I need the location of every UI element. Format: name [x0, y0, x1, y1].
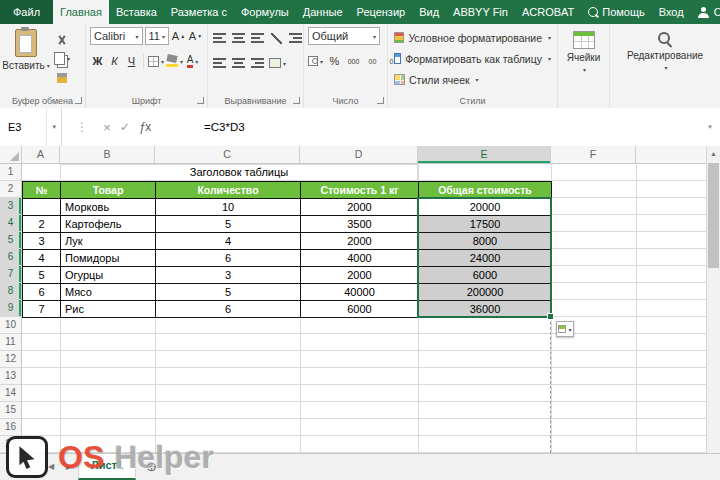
tab-help[interactable]: Помощь	[581, 0, 652, 24]
cell[interactable]: 5	[23, 267, 61, 284]
dialog-launcher-icon[interactable]	[75, 97, 82, 104]
align-center-button[interactable]	[231, 55, 246, 71]
wrap-text-button[interactable]	[288, 30, 303, 46]
italic-button[interactable]: К	[107, 53, 122, 69]
font-name-select[interactable]: Calibri▾	[90, 27, 143, 45]
row-header[interactable]: 6	[0, 249, 21, 266]
row-header[interactable]: 11	[0, 334, 21, 351]
row-header[interactable]: 5	[0, 232, 21, 249]
formula-input[interactable]: =C3*D3	[204, 121, 700, 133]
column-header-d[interactable]: D	[300, 146, 418, 164]
row-header[interactable]: 15	[0, 402, 21, 419]
align-middle-button[interactable]	[231, 30, 246, 46]
cell[interactable]: Рис	[61, 301, 156, 318]
cell[interactable]: 6000	[301, 301, 419, 318]
cell[interactable]: Помидоры	[61, 250, 156, 267]
cell[interactable]: 2000	[301, 233, 419, 250]
cell[interactable]: 7	[23, 301, 61, 318]
cell-selected[interactable]: 36000	[419, 301, 552, 318]
cell-styles-button[interactable]: Стили ячеек ▾	[392, 69, 553, 90]
row-header[interactable]: 2	[0, 181, 21, 198]
autofill-options-button[interactable]: ▾	[556, 321, 574, 337]
underline-button[interactable]: Ч	[124, 53, 139, 69]
share-button[interactable]: Общий доступ	[691, 0, 720, 24]
borders-button[interactable]: ▾	[148, 53, 164, 69]
ribbon-tab[interactable]: Вставка	[109, 0, 164, 24]
format-painter-button[interactable]	[48, 70, 76, 85]
cut-button[interactable]	[48, 32, 76, 47]
scrollbar-thumb[interactable]	[708, 163, 719, 268]
bold-button[interactable]: Ж	[90, 53, 105, 69]
column-header-c[interactable]: C	[155, 146, 300, 164]
cell[interactable]: 3500	[301, 216, 419, 233]
row-header[interactable]: 12	[0, 351, 21, 368]
align-right-button[interactable]	[250, 55, 265, 71]
paste-button[interactable]: Вставить▾	[4, 27, 48, 94]
font-color-button[interactable]: А▾	[185, 53, 200, 69]
font-size-select[interactable]: 11▾	[145, 27, 169, 45]
formula-bar-grip[interactable]: ⋮	[76, 120, 88, 134]
ribbon-tab[interactable]: Главная	[53, 0, 109, 24]
cell[interactable]: 6	[156, 301, 301, 318]
ribbon-tab[interactable]: Формулы	[234, 0, 296, 24]
dialog-launcher-icon[interactable]	[197, 97, 204, 104]
cell-selected[interactable]: 24000	[419, 250, 552, 267]
enter-button[interactable]: ✓	[116, 120, 134, 134]
cell[interactable]: 4	[156, 233, 301, 250]
cell[interactable]: 5	[156, 216, 301, 233]
ribbon-tab[interactable]: Файл	[0, 0, 53, 24]
number-format-select[interactable]: Общий▾	[308, 27, 380, 45]
column-header-b[interactable]: B	[60, 146, 155, 164]
cell[interactable]: 2	[23, 216, 61, 233]
row-header[interactable]: 16	[0, 419, 21, 436]
merge-center-button[interactable]: ▾	[269, 55, 286, 71]
cell[interactable]: Мясо	[61, 284, 156, 301]
comma-style-button[interactable]: 000	[346, 53, 361, 69]
dialog-launcher-icon[interactable]	[293, 97, 300, 104]
cell-table-title[interactable]: Заголовок таблицы	[60, 164, 418, 181]
cell[interactable]: Огурцы	[61, 267, 156, 284]
scroll-up-button[interactable]: ▲	[707, 146, 720, 161]
cell[interactable]: 6	[23, 284, 61, 301]
table-header-cell[interactable]: Стоимость 1 кг	[301, 182, 419, 199]
table-header-cell[interactable]: Товар	[61, 182, 156, 199]
cells-button[interactable]: Ячейки ▾	[562, 27, 605, 73]
cell[interactable]: Лук	[61, 233, 156, 250]
insert-function-button[interactable]: ƒx	[134, 120, 156, 134]
increase-font-button[interactable]: А▲	[171, 28, 186, 44]
formula-bar-expand-button[interactable]: ▾	[700, 123, 720, 131]
row-header[interactable]: 3	[0, 198, 21, 215]
ribbon-tab[interactable]: Разметка с	[164, 0, 234, 24]
cell[interactable]: 3	[23, 233, 61, 250]
decrease-font-button[interactable]: А▼	[188, 28, 203, 44]
conditional-formatting-button[interactable]: Условное форматирование ▾	[392, 27, 553, 48]
name-box[interactable]: E3 ▾	[0, 108, 62, 146]
row-header[interactable]: 4	[0, 215, 21, 232]
cell[interactable]: 10	[156, 199, 301, 216]
ribbon-tab[interactable]: ABBYY Fin	[446, 0, 515, 24]
align-left-button[interactable]	[212, 55, 227, 71]
dialog-launcher-icon[interactable]	[377, 97, 384, 104]
select-all-corner[interactable]	[0, 146, 22, 164]
column-header-f[interactable]: F	[551, 146, 636, 164]
format-as-table-button[interactable]: Форматировать как таблицу ▾	[392, 48, 553, 69]
column-header-a[interactable]: A	[22, 146, 60, 164]
cell[interactable]: Картофель	[61, 216, 156, 233]
table-header-cell[interactable]: Количество	[156, 182, 301, 199]
percent-style-button[interactable]: %	[327, 53, 342, 69]
ribbon-tab[interactable]: Рецензир	[350, 0, 413, 24]
cell[interactable]: Морковь	[61, 199, 156, 216]
fill-color-button[interactable]: ▾	[166, 53, 183, 69]
align-top-button[interactable]	[212, 30, 227, 46]
row-header[interactable]: 8	[0, 283, 21, 300]
table-header-cell[interactable]: Общая стоимость	[419, 182, 552, 199]
copy-button[interactable]: ▾	[48, 51, 76, 66]
cell[interactable]: 6	[156, 250, 301, 267]
cell-selected[interactable]: 200000	[419, 284, 552, 301]
row-header[interactable]: 13	[0, 368, 21, 385]
ribbon-tab[interactable]: Данные	[296, 0, 350, 24]
cell[interactable]: 2000	[301, 267, 419, 284]
cancel-button[interactable]: ×	[98, 120, 116, 135]
cell[interactable]	[23, 199, 61, 216]
row-header[interactable]: 14	[0, 385, 21, 402]
